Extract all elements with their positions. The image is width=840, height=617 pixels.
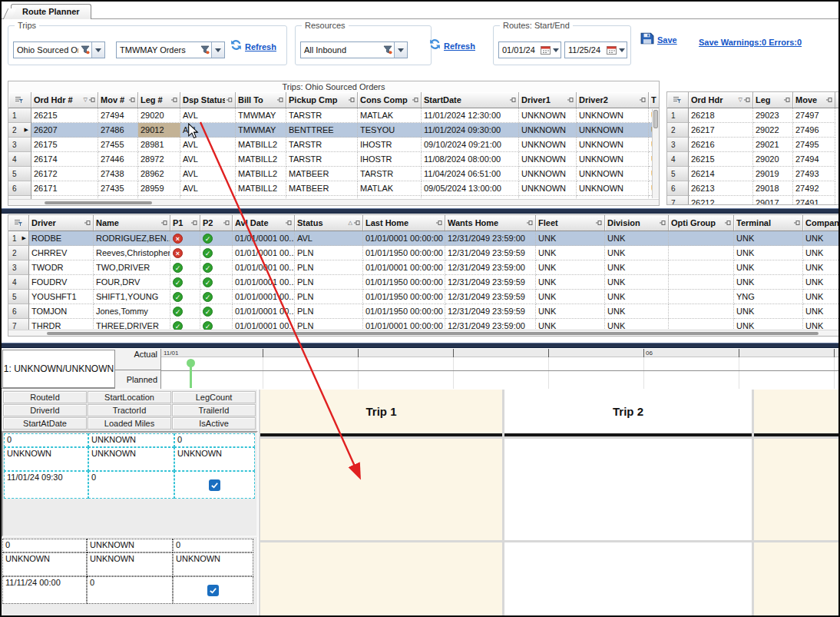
grid-cell[interactable]: 09/05/2024 13:00:00 <box>422 181 519 196</box>
save-warnings-link[interactable]: Save Warnings:0 Errors:0 <box>699 38 802 47</box>
grid-cell[interactable]: UNK <box>605 231 669 246</box>
column-header[interactable]: T <box>649 92 660 108</box>
filter-funnel-icon[interactable] <box>78 42 91 58</box>
trip-3-header[interactable] <box>754 390 840 436</box>
column-header[interactable]: Name <box>94 215 170 231</box>
row-number-button[interactable]: 3 <box>667 138 689 152</box>
grid-cell[interactable]: 11/01/2024 09:30:00 <box>422 123 519 138</box>
grid-cell[interactable]: UNK <box>734 304 803 319</box>
grid-cell[interactable]: 27493 <box>793 167 835 181</box>
grid-cell[interactable]: PLN <box>295 290 363 304</box>
column-header[interactable]: Mov # <box>98 92 138 108</box>
grid-cell[interactable]: 29022 <box>753 123 793 138</box>
column-header[interactable]: Driver1 <box>519 92 577 108</box>
grid-cell[interactable]: 26214 <box>689 167 753 181</box>
card-cell[interactable]: 0 <box>173 539 253 552</box>
column-header[interactable]: P1 <box>170 215 200 231</box>
row-number-button[interactable]: 1▶ <box>8 231 29 246</box>
grid-cell[interactable]: 01/01/1950 00:00:00 <box>363 275 445 290</box>
grid-cell[interactable]: PLN <box>295 304 363 319</box>
grid-cell[interactable]: MATBEER <box>286 167 358 181</box>
grid-cell[interactable]: ✓ <box>200 246 233 260</box>
grid-cell[interactable]: 26213 <box>689 181 753 196</box>
grid-cell[interactable]: 01/01/0001 00... <box>233 246 295 260</box>
grid-cell[interactable]: UNK <box>803 290 840 304</box>
grid-cell[interactable]: 12/31/2049 23:59:59 <box>445 290 536 304</box>
timeline-canvas[interactable]: 11/01 06 <box>161 349 840 389</box>
card-cell[interactable]: UNKNOWN <box>88 447 174 471</box>
grid-cell[interactable]: 26212 <box>689 196 753 205</box>
grid-cell[interactable]: 29018 <box>753 181 793 196</box>
row-number-button[interactable]: 5 <box>8 290 29 304</box>
grid-cell[interactable]: 29019 <box>753 167 793 181</box>
grid-cell[interactable]: MATBILL2 <box>236 181 286 196</box>
grid-cell[interactable]: ✓ <box>200 231 233 246</box>
column-header[interactable]: Division <box>605 215 669 231</box>
column-header[interactable]: Cons Comp <box>358 92 422 108</box>
grid-cell[interactable]: 27455 <box>98 138 138 152</box>
trip-1-header[interactable]: Trip 1 <box>260 390 502 436</box>
trip-2-slot[interactable] <box>504 439 752 540</box>
grid-cell[interactable]: 26216 <box>689 138 753 152</box>
grid-cell[interactable]: 12/31/2049 23:59:00 <box>445 231 536 246</box>
grid-cell[interactable] <box>669 304 734 319</box>
column-header[interactable]: Ord Hdr▽ <box>689 92 753 108</box>
trips-grid-vertical-scrollbar[interactable] <box>652 109 659 198</box>
grid-cell[interactable]: ✓ <box>170 290 200 304</box>
grid-cell[interactable]: 27497 <box>793 108 835 123</box>
grid-cell[interactable]: AVL <box>180 181 236 196</box>
grid-cell[interactable]: 27494 <box>98 108 138 123</box>
grid-cell[interactable]: TWO,DRIVER <box>94 260 170 275</box>
grid-cell[interactable] <box>669 275 734 290</box>
grid-cell[interactable]: TOMJON <box>29 304 94 319</box>
grid-cell[interactable]: YOUSHFT1 <box>29 290 94 304</box>
isactive-checkbox[interactable] <box>207 585 219 596</box>
row-number-button[interactable]: 6 <box>8 304 29 319</box>
grid-cell[interactable]: UNKNOWN <box>577 167 649 181</box>
resources-refresh-button[interactable]: Refresh <box>428 38 475 54</box>
card-cell[interactable]: UNKNOWN <box>174 447 255 471</box>
grid-cell[interactable]: UNKNOWN <box>577 152 649 167</box>
card-cell[interactable]: 11/01/24 09:30 <box>4 471 88 499</box>
row-number-button[interactable]: 1 <box>667 108 689 123</box>
isactive-cell[interactable] <box>173 576 253 604</box>
card-cell[interactable]: 0 <box>87 576 173 604</box>
grid-cell[interactable]: UNK <box>803 246 840 260</box>
chevron-down-icon[interactable] <box>617 45 627 55</box>
grid-cell[interactable]: AVL <box>180 123 236 138</box>
save-button[interactable]: Save <box>640 32 677 48</box>
grid-cell[interactable]: 27496 <box>793 123 835 138</box>
column-header[interactable]: Leg <box>753 92 793 108</box>
grid-cell[interactable]: 01/01/0001 00... <box>233 260 295 275</box>
route-start-date-field[interactable]: 01/01/24 <box>498 41 561 58</box>
grid-cell[interactable]: MATBEER <box>286 181 358 196</box>
row-number-button[interactable]: 2 <box>8 246 29 260</box>
grid-cell[interactable]: 27491 <box>793 196 835 205</box>
grid-cell[interactable]: UNKNOWN <box>519 138 577 152</box>
grid-cell[interactable]: 12/31/2049 23:59:59 <box>445 275 536 290</box>
trips-refresh-button[interactable]: Refresh <box>230 38 276 55</box>
grid-cell[interactable]: 01/01/0001 00:00:00 <box>363 231 445 246</box>
grid-cell[interactable]: 26171 <box>31 181 98 196</box>
column-header[interactable]: Compan <box>803 215 840 231</box>
grid-cell[interactable]: 01/01/0001 00... <box>233 275 295 290</box>
grid-cell[interactable]: 26215 <box>31 108 98 123</box>
column-header[interactable]: Bill To <box>236 92 286 108</box>
grid-cell[interactable]: 29023 <box>753 108 793 123</box>
column-header[interactable]: Status△ <box>295 215 363 231</box>
grid-cell[interactable]: UNKNOWN <box>519 152 577 167</box>
chevron-down-icon[interactable] <box>551 45 561 55</box>
grid-cell[interactable]: IHOSTR <box>358 152 422 167</box>
resources-combo[interactable]: All Inbound <box>300 41 408 58</box>
grid-cell[interactable]: MATBILL2 <box>236 167 286 181</box>
grid-cell[interactable]: ✓ <box>170 275 200 290</box>
grid-cell[interactable]: UNK <box>536 260 605 275</box>
grid-cell[interactable]: TARSTR <box>286 108 358 123</box>
grid-cell[interactable]: BENTTREE <box>286 123 358 138</box>
grid-cell[interactable]: UNK <box>536 275 605 290</box>
grid-cell[interactable]: 26175 <box>31 138 98 152</box>
horizontal-splitter[interactable] <box>2 343 838 348</box>
grid-cell[interactable]: UNK <box>803 231 840 246</box>
trips-source-combo[interactable]: Ohio Sourced Orders <box>13 41 105 58</box>
grid-cell[interactable]: × <box>170 231 200 246</box>
